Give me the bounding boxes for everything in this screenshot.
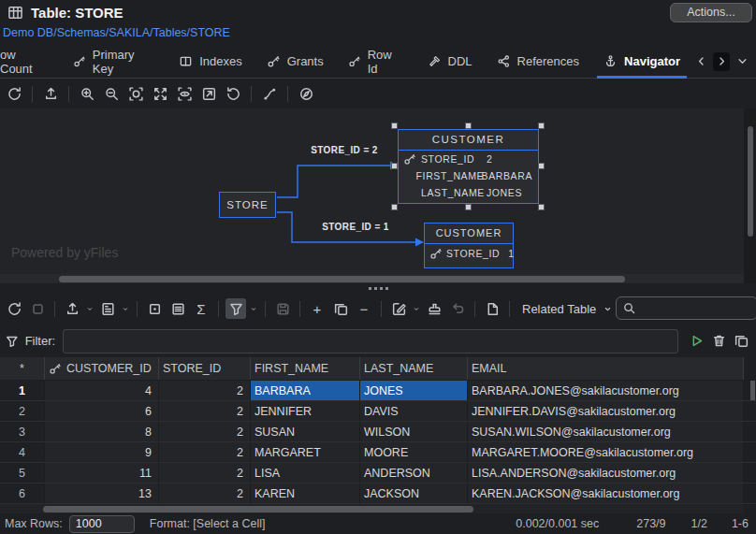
selection-handle[interactable]	[538, 204, 545, 210]
reset-view-icon[interactable]	[223, 83, 243, 104]
delete-row-icon[interactable]: −	[354, 298, 374, 319]
chevron-down-icon[interactable]	[85, 298, 94, 319]
page-indicator[interactable]: 1/2	[691, 517, 707, 530]
record-mode-icon[interactable]	[167, 298, 188, 319]
actions-button[interactable]: Actions...	[670, 3, 752, 22]
cell-email[interactable]: JENNIFER.DAVIS@sakilacustomer.org	[468, 401, 744, 421]
row-range[interactable]: 1-6	[732, 517, 749, 530]
grid-horizontal-scrollbar[interactable]	[0, 504, 744, 513]
column-header-customer-id[interactable]: CUSTOMER_ID	[45, 357, 159, 380]
cell-first-name[interactable]: MARGARET	[251, 442, 360, 462]
row-number[interactable]: 6	[0, 483, 45, 503]
cell-customer-id[interactable]: 9	[45, 442, 159, 462]
cell-last-name[interactable]: JACKSON	[360, 483, 468, 503]
view-focus-icon[interactable]	[174, 83, 195, 104]
cell-store-id[interactable]: 2	[159, 422, 251, 441]
filter-funnel-icon[interactable]	[225, 298, 246, 319]
tab-grants[interactable]: Grants	[254, 45, 336, 78]
column-header-store-id[interactable]: STORE_ID	[159, 357, 251, 380]
chevron-right-icon[interactable]	[713, 52, 730, 71]
cell-first-name[interactable]: LISA	[251, 463, 360, 483]
max-rows-input[interactable]	[69, 515, 135, 533]
row-number[interactable]: 4	[0, 442, 45, 462]
row-number[interactable]: 3	[0, 422, 45, 441]
tab-ddl[interactable]: DDL	[415, 45, 485, 78]
selection-handle[interactable]	[391, 123, 398, 129]
cell-email[interactable]: BARBARA.JONES@sakilacustomer.org	[468, 381, 744, 400]
zoom-out-icon[interactable]	[101, 83, 122, 104]
selection-handle[interactable]	[538, 163, 545, 169]
related-table-dropdown[interactable]: Related Table	[522, 302, 614, 316]
cell-email[interactable]: MARGARET.MOORE@sakilacustomer.org	[468, 442, 744, 462]
compass-icon[interactable]	[296, 83, 316, 104]
chevron-down-icon[interactable]	[412, 298, 421, 319]
table-row[interactable]: 5 11 2 LISA ANDERSON LISA.ANDERSON@sakil…	[0, 463, 756, 483]
stop-icon[interactable]	[27, 298, 48, 319]
tab-indexes[interactable]: Indexes	[167, 45, 254, 78]
table-row[interactable]: 4 9 2 MARGARET MOORE MARGARET.MOORE@saki…	[0, 442, 756, 463]
column-header-first-name[interactable]: FIRST_NAME	[251, 357, 360, 380]
cell-store-id[interactable]: 2	[159, 463, 251, 483]
table-row[interactable]: 1 4 2 BARBARA JONES BARBARA.JONES@sakila…	[0, 381, 756, 401]
chevron-down-icon[interactable]	[121, 298, 130, 319]
table-row[interactable]: 6 13 2 KAREN JACKSON KAREN.JACKSON@sakil…	[0, 483, 756, 504]
column-header-rownum[interactable]: *	[0, 357, 45, 380]
new-document-icon[interactable]	[482, 298, 502, 319]
table-row[interactable]: 3 8 2 SUSAN WILSON SUSAN.WILSON@sakilacu…	[0, 422, 756, 442]
fit-screen-icon[interactable]	[150, 83, 170, 104]
column-header-email[interactable]: EMAIL	[468, 357, 744, 380]
cell-store-id[interactable]: 2	[159, 483, 251, 503]
save-icon[interactable]	[272, 298, 293, 319]
tab-references[interactable]: References	[485, 45, 591, 78]
cell-last-name[interactable]: JONES	[360, 381, 468, 400]
cell-store-id[interactable]: 2	[159, 442, 251, 462]
grid-vertical-scrollbar[interactable]	[750, 381, 755, 400]
diagram-horizontal-scrollbar[interactable]	[0, 274, 744, 283]
cell-email[interactable]: SUSAN.WILSON@sakilacustomer.org	[468, 422, 744, 441]
selection-handle[interactable]	[538, 123, 545, 129]
cell-customer-id[interactable]: 8	[45, 422, 159, 441]
table-row[interactable]: 2 6 2 JENNIFER DAVIS JENNIFER.DAVIS@saki…	[0, 401, 756, 422]
scrollbar-thumb[interactable]	[43, 506, 473, 512]
cell-store-id[interactable]: 2	[159, 401, 251, 421]
filter-input[interactable]	[63, 329, 678, 354]
cell-last-name[interactable]: MOORE	[360, 442, 468, 462]
selection-handle[interactable]	[465, 123, 472, 129]
selection-handle[interactable]	[391, 163, 398, 169]
report-icon[interactable]	[97, 298, 118, 319]
chevron-left-icon[interactable]	[692, 52, 709, 71]
tab-navigator[interactable]: Navigator	[591, 45, 692, 78]
entity-store[interactable]: STORE	[219, 192, 276, 218]
delete-filter-icon[interactable]	[708, 331, 729, 352]
export-icon[interactable]	[62, 298, 82, 319]
edge-routing-icon[interactable]	[259, 83, 280, 104]
edit-icon[interactable]	[388, 298, 409, 319]
execute-icon[interactable]	[686, 331, 706, 352]
cell-email[interactable]: LISA.ANDERSON@sakilacustomer.org	[468, 463, 744, 483]
cell-customer-id[interactable]: 11	[45, 463, 159, 483]
cell-first-name[interactable]: SUSAN	[251, 422, 360, 441]
row-col-counts[interactable]: 273/9	[636, 517, 665, 530]
cell-customer-id[interactable]: 13	[45, 483, 159, 503]
cell-customer-id[interactable]: 4	[45, 381, 159, 400]
entity-customer-1[interactable]: CUSTOMER STORE_ID 1	[424, 223, 514, 268]
zoom-selection-icon[interactable]	[125, 83, 146, 104]
chevron-down-icon[interactable]	[734, 52, 750, 71]
tab-primary-key[interactable]: Primary Key	[61, 45, 167, 78]
cell-value-icon[interactable]	[144, 298, 165, 319]
cell-last-name[interactable]: WILSON	[360, 422, 468, 441]
cell-last-name[interactable]: DAVIS	[360, 401, 468, 421]
search-input[interactable]	[640, 302, 751, 315]
splitter-handle[interactable]	[0, 283, 756, 293]
sigma-icon[interactable]: Σ	[191, 298, 211, 319]
refresh-icon[interactable]	[4, 298, 24, 319]
tab-row-count[interactable]: ow Count	[0, 45, 61, 78]
zoom-in-icon[interactable]	[77, 83, 97, 104]
selection-handle[interactable]	[465, 204, 472, 210]
copy-icon[interactable]	[731, 331, 751, 352]
duplicate-row-icon[interactable]	[330, 298, 351, 319]
tab-row-id[interactable]: Row Id	[336, 45, 415, 78]
row-number[interactable]: 1	[0, 381, 45, 400]
row-number[interactable]: 2	[0, 401, 45, 421]
cell-first-name[interactable]: JENNIFER	[251, 401, 360, 421]
